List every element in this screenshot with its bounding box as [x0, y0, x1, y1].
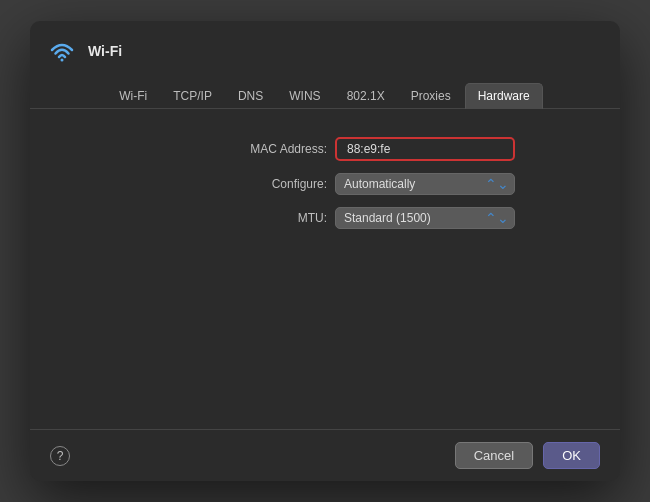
tab-wifi[interactable]: Wi-Fi	[107, 83, 159, 109]
footer-buttons: Cancel OK	[455, 442, 600, 469]
svg-point-0	[61, 59, 64, 62]
tab-tcpip[interactable]: TCP/IP	[161, 83, 224, 109]
mtu-label: MTU:	[217, 211, 327, 225]
tab-8021x[interactable]: 802.1X	[335, 83, 397, 109]
wifi-icon	[46, 35, 78, 67]
ok-button[interactable]: OK	[543, 442, 600, 469]
main-window: Wi-Fi Wi-Fi TCP/IP DNS WINS 802.1X Proxi…	[30, 21, 620, 481]
form-area: MAC Address: 88:e9:fe Configure: Automat…	[135, 137, 515, 229]
tab-dns[interactable]: DNS	[226, 83, 275, 109]
help-button[interactable]: ?	[50, 446, 70, 466]
configure-label: Configure:	[217, 177, 327, 191]
cancel-button[interactable]: Cancel	[455, 442, 533, 469]
tab-wins[interactable]: WINS	[277, 83, 332, 109]
configure-row: Configure: Automatically Manually ⌃⌄	[135, 173, 515, 195]
window-title: Wi-Fi	[88, 43, 122, 59]
footer: ? Cancel OK	[30, 429, 620, 481]
configure-select[interactable]: Automatically Manually	[335, 173, 515, 195]
tab-bar: Wi-Fi TCP/IP DNS WINS 802.1X Proxies Har…	[30, 77, 620, 109]
mtu-row: MTU: Standard (1500) Custom ⌃⌄	[135, 207, 515, 229]
mac-address-box: 88:e9:fe	[335, 137, 515, 161]
title-bar: Wi-Fi	[30, 21, 620, 77]
tab-proxies[interactable]: Proxies	[399, 83, 463, 109]
content-area: MAC Address: 88:e9:fe Configure: Automat…	[30, 109, 620, 429]
mtu-select-wrapper: Standard (1500) Custom ⌃⌄	[335, 207, 515, 229]
mtu-select[interactable]: Standard (1500) Custom	[335, 207, 515, 229]
mac-address-value: 88:e9:fe	[347, 142, 390, 156]
mac-label: MAC Address:	[217, 142, 327, 156]
tab-hardware[interactable]: Hardware	[465, 83, 543, 109]
mac-address-row: MAC Address: 88:e9:fe	[135, 137, 515, 161]
configure-select-wrapper: Automatically Manually ⌃⌄	[335, 173, 515, 195]
